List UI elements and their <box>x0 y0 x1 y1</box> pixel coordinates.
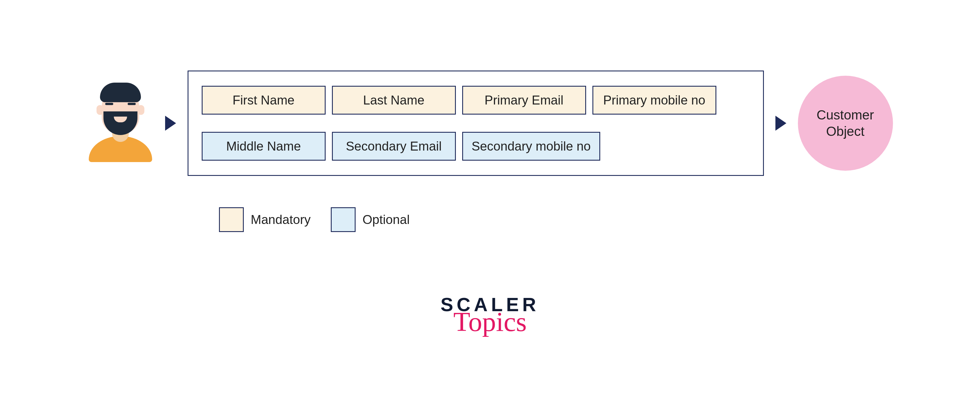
optional-row: Middle Name Secondary Email Secondary mo… <box>202 132 750 161</box>
legend-optional-label: Optional <box>363 212 410 227</box>
mandatory-swatch-icon <box>219 207 244 232</box>
field-primary-mobile-no: Primary mobile no <box>592 86 716 114</box>
field-last-name: Last Name <box>332 86 456 114</box>
field-secondary-email: Secondary Email <box>332 132 456 161</box>
legend: Mandatory Optional <box>219 207 410 232</box>
field-secondary-mobile-no: Secondary mobile no <box>462 132 600 161</box>
field-primary-email: Primary Email <box>462 86 586 114</box>
field-middle-name: Middle Name <box>202 132 326 161</box>
person-icon <box>87 84 154 162</box>
brand-logo: SCALER Topics <box>441 294 539 336</box>
optional-swatch-icon <box>331 207 356 232</box>
builder-box: First Name Last Name Primary Email Prima… <box>188 71 764 176</box>
brand-line-2: Topics <box>441 308 539 336</box>
mandatory-row: First Name Last Name Primary Email Prima… <box>202 86 750 114</box>
legend-mandatory: Mandatory <box>219 207 311 232</box>
flow-row: First Name Last Name Primary Email Prima… <box>0 71 980 176</box>
customer-object-node: Customer Object <box>798 76 893 171</box>
field-first-name: First Name <box>202 86 326 114</box>
customer-object-label: Customer Object <box>817 107 874 140</box>
arrow-right-icon <box>165 116 176 131</box>
diagram-canvas: First Name Last Name Primary Email Prima… <box>0 0 980 420</box>
legend-mandatory-label: Mandatory <box>251 212 311 227</box>
arrow-right-icon <box>775 116 786 131</box>
legend-optional: Optional <box>331 207 410 232</box>
